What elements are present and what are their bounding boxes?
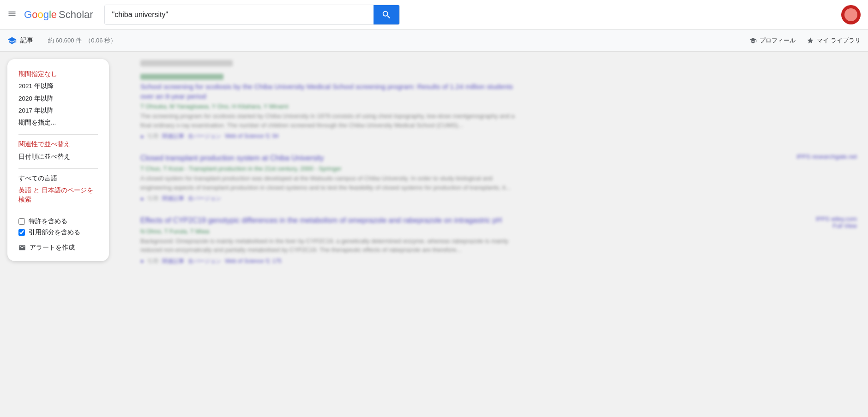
result-item-2: Closed transplant production system at C… (140, 153, 857, 203)
cite-link-2[interactable]: ● (140, 196, 144, 202)
filter-lang-enja[interactable]: 英語 と 日本語のページを検索 (18, 185, 98, 206)
filter-period-none[interactable]: 期間指定なし (18, 68, 98, 80)
filter-period-2021[interactable]: 2021 年以降 (18, 80, 98, 92)
web-link-3[interactable]: Web of Science 引 175 (225, 257, 282, 265)
cited-count-1: 引用 (147, 132, 158, 140)
result-main-1: School screening for scoliosis by the Ch… (140, 74, 857, 140)
result-side-3: IPPS wiley.com Full View (783, 215, 857, 265)
logo-scholar: Scholar (59, 9, 93, 21)
sub-header: 記事 約 60,600 件 （0.06 秒） プロフィール マイ ライブラリ (0, 30, 868, 52)
logo-o1: o (32, 9, 37, 21)
cite-link-3[interactable]: ● (140, 258, 144, 264)
result-snippet-2: A closed system for transplant productio… (140, 174, 519, 192)
articles-tab[interactable]: 記事 (7, 36, 33, 45)
result-source-line-1 (140, 74, 857, 80)
result-title-1[interactable]: School screening for scoliosis by the Ch… (140, 82, 519, 101)
articles-label: 記事 (20, 36, 33, 45)
filter-divider-1 (18, 134, 98, 135)
result-item-3: Effects of CYP2C19 genotypic differences… (140, 215, 857, 265)
filter-patent-checkbox[interactable]: 特許を含める (18, 216, 98, 227)
result-source-1 (140, 74, 223, 80)
star-icon (807, 37, 814, 44)
side-label-3[interactable]: IPPS wiley.com Full View (783, 215, 857, 229)
result-title-2[interactable]: Closed transplant production system at C… (140, 153, 783, 163)
filter-period-2020[interactable]: 2020 年以降 (18, 93, 98, 105)
alert-link[interactable]: アラートを作成 (18, 244, 98, 252)
versions-link-3[interactable]: 全バージョン (188, 257, 221, 265)
menu-icon[interactable] (7, 9, 17, 20)
filter-divider-3 (18, 212, 98, 212)
results-area: School screening for scoliosis by the Ch… (129, 52, 868, 286)
results-count: 約 60,600 件 （0.06 秒） (48, 36, 749, 45)
avatar-image (844, 8, 857, 21)
side-label-2[interactable]: IPPS researchgate.net (783, 153, 857, 160)
header: Google Scholar (0, 0, 868, 30)
logo-g2: g (43, 9, 49, 21)
filter-lang-section: すべての言語 英語 と 日本語のページを検索 (18, 173, 98, 206)
filter-period-section: 期間指定なし 2021 年以降 2020 年以降 2017 年以降 期間を指定.… (18, 68, 98, 129)
filter-lang-all[interactable]: すべての言語 (18, 173, 98, 185)
sub-header-right: プロフィール マイ ライブラリ (749, 36, 861, 45)
versions-link-2[interactable]: 全バージョン (188, 195, 221, 203)
scholar-cap-icon (7, 36, 17, 45)
related-link-3[interactable]: 関連記事 (162, 257, 184, 265)
result-snippet-1: The screening program for scoliosis star… (140, 112, 519, 130)
result-authors-3: N Ohno, T Furuta, T Miwa (140, 228, 783, 235)
envelope-icon (18, 244, 26, 251)
filter-sort-section: 関連性で並べ替え 日付順に並べ替え (18, 138, 98, 163)
result-main-2: Closed transplant production system at C… (140, 153, 783, 203)
filter-checkbox-section: 特許を含める 引用部分を含める (18, 216, 98, 238)
result-snippet-3: Background: Omeprazole is mainly metabol… (140, 237, 519, 255)
filter-period-custom[interactable]: 期間を指定... (18, 117, 98, 129)
result-main-3: Effects of CYP2C19 genotypic differences… (140, 215, 783, 265)
search-button[interactable] (374, 5, 399, 24)
filter-period-2017[interactable]: 2017 年以降 (18, 105, 98, 117)
cited-count-2: 引用 (147, 195, 158, 203)
result-authors-2: T Chuo, T Kozai - Transplant production … (140, 165, 783, 172)
logo: Google Scholar (24, 9, 93, 21)
result-title-3[interactable]: Effects of CYP2C19 genotypic differences… (140, 215, 783, 226)
sort-bar (140, 60, 233, 66)
citation-checkbox-input[interactable] (18, 229, 25, 236)
search-icon (381, 10, 392, 20)
result-authors-1: T Ohsuka, M Yanagisawa, Y Ono, H Kitahar… (140, 103, 857, 110)
patent-checkbox-input[interactable] (18, 218, 25, 225)
result-actions-1: ● 引用 関連記事 全バージョン Web of Science 引 94 (140, 132, 857, 140)
logo-g: G (24, 9, 32, 21)
cite-link-1[interactable]: ● (140, 133, 144, 140)
search-input[interactable] (105, 5, 374, 24)
filter-sort-relevance[interactable]: 関連性で並べ替え (18, 138, 98, 150)
result-item-1: School screening for scoliosis by the Ch… (140, 74, 857, 140)
result-side-2: IPPS researchgate.net (783, 153, 857, 203)
logo-e: e (51, 9, 57, 21)
profile-icon (749, 37, 757, 44)
result-actions-3: ● 引用 関連記事 全バージョン Web of Science 引 175 (140, 257, 783, 265)
main-layout: 期間指定なし 2021 年以降 2020 年以降 2017 年以降 期間を指定.… (0, 52, 868, 286)
filter-sort-date[interactable]: 日付順に並べ替え (18, 151, 98, 163)
filter-citation-checkbox[interactable]: 引用部分を含める (18, 227, 98, 238)
profile-link[interactable]: プロフィール (749, 36, 796, 45)
web-link-1[interactable]: Web of Science 引 94 (225, 132, 278, 140)
related-link-2[interactable]: 関連記事 (162, 195, 184, 203)
avatar[interactable] (841, 5, 861, 24)
result-actions-2: ● 引用 関連記事 全バージョン (140, 195, 783, 203)
logo-o2: o (37, 9, 43, 21)
versions-link-1[interactable]: 全バージョン (188, 132, 221, 140)
sort-filter-bar (140, 60, 857, 66)
library-link[interactable]: マイ ライブラリ (807, 36, 861, 45)
filter-divider-2 (18, 168, 98, 169)
search-bar (104, 5, 400, 25)
cited-count-3: 引用 (147, 257, 158, 265)
related-link-1[interactable]: 関連記事 (162, 132, 184, 140)
filter-panel: 期間指定なし 2021 年以降 2020 年以降 2017 年以降 期間を指定.… (7, 59, 109, 261)
